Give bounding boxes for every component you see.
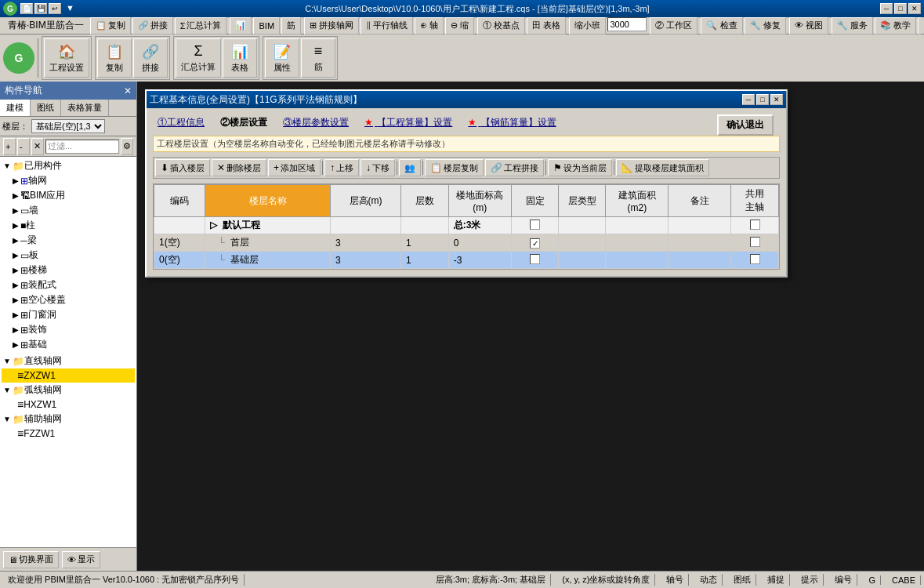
filter-expand2[interactable]: -	[17, 138, 30, 155]
tree-arc-axis[interactable]: ▼ 📁 弧线轴网	[2, 383, 135, 397]
tree-fzzw1[interactable]: ≡ FZZW1	[2, 426, 135, 441]
btn-add-area[interactable]: + 添加区域	[268, 159, 321, 176]
btn-switch-view[interactable]: 🖥 切换界面	[3, 551, 59, 568]
tb-splice-axis[interactable]: ⊞ 拼接轴网	[304, 17, 359, 34]
confirm-exit-btn[interactable]: 确认退出	[717, 114, 774, 136]
filter-expand1[interactable]: +	[3, 138, 16, 155]
table-row[interactable]: ▷ 默认工程 总:3米	[154, 217, 779, 234]
dialog-tab-info[interactable]: ①工程信息	[153, 114, 209, 131]
cell-name-2[interactable]: └ 基础层	[205, 252, 331, 269]
toolbar-small-btn1[interactable]: 📄	[20, 3, 33, 14]
tree-foundation[interactable]: ▶ ⊞ 基础	[2, 337, 135, 352]
tree-zxzw1[interactable]: ≡ ZXZW1	[2, 368, 135, 383]
tb-calibrate[interactable]: ① 校基点	[477, 17, 525, 34]
btn-set-current[interactable]: ⚑ 设为当前层	[548, 159, 612, 176]
btn-eng-settings[interactable]: 🏠 工程设置	[44, 38, 89, 78]
btn-floor-copy[interactable]: 📋 楼层复制	[425, 159, 484, 176]
tree-bim[interactable]: ▶ 🏗 BIM应用	[2, 188, 135, 203]
tb-service[interactable]: 🔧 服务	[832, 17, 873, 34]
btn-move-down[interactable]: ↓ 下移	[361, 159, 395, 176]
tree-slab[interactable]: ▶ ▭ 板	[2, 248, 135, 263]
tree-door[interactable]: ▶ ⊞ 门窗洞	[2, 307, 135, 322]
tree-wall[interactable]: ▶ ▭ 墙	[2, 203, 135, 218]
tree-axis-net[interactable]: ▶ ⊞ 轴网	[2, 173, 135, 188]
dialog-minimize[interactable]: ─	[742, 94, 755, 105]
tab-build[interactable]: 建模	[0, 100, 31, 116]
maximize-btn[interactable]: □	[894, 3, 907, 14]
dialog-maximize[interactable]: □	[756, 94, 769, 105]
tb-options[interactable]: ⚙ 选项	[918, 17, 921, 34]
tb-table[interactable]: 📊	[230, 17, 252, 34]
tb-table2[interactable]: 田 表格	[527, 17, 566, 34]
tree-stair[interactable]: ▶ ⊞ 楼梯	[2, 263, 135, 278]
tree-decor[interactable]: ▶ ⊞ 装饰	[2, 322, 135, 337]
tb-jin[interactable]: 筋	[281, 17, 301, 34]
btn-display[interactable]: 👁 显示	[62, 551, 100, 568]
filter-input[interactable]: 过滤...	[45, 140, 119, 154]
cell-name-0[interactable]: ▷ 默认工程	[205, 217, 331, 234]
tab-table-calc[interactable]: 表格算量	[61, 100, 109, 116]
tb-copy[interactable]: 📋 复制	[90, 17, 131, 34]
cell-height-1[interactable]: 3	[331, 234, 401, 252]
checkbox-shared-1[interactable]	[750, 237, 760, 247]
dialog-win-buttons[interactable]: ─ □ ✕	[742, 94, 783, 105]
btn-calc2[interactable]: Σ 汇总计算	[176, 38, 221, 78]
btn-splice2[interactable]: 🔗 拼接	[133, 38, 168, 78]
cell-elevation-1[interactable]: 0	[448, 234, 511, 252]
tree-col[interactable]: ▶ ■ 柱	[2, 218, 135, 233]
dropdown-arrow[interactable]: ▼	[66, 3, 74, 14]
checkbox-shared-0[interactable]	[750, 220, 760, 230]
tb-teach[interactable]: 📚 教学	[875, 17, 916, 34]
tree-linear-axis[interactable]: ▼ 📁 直线轴网	[2, 354, 135, 368]
tree-beam[interactable]: ▶ ─ 梁	[2, 233, 135, 248]
tb-bim[interactable]: BIM	[253, 17, 280, 34]
checkbox-fixed-2[interactable]	[530, 254, 540, 264]
tb-splice[interactable]: 🔗 拼接	[132, 17, 173, 34]
filter-clear[interactable]: ✕	[31, 138, 44, 155]
minimize-btn[interactable]: ─	[880, 3, 893, 14]
window-controls-left[interactable]: 📄 💾 ↩ ▼	[20, 3, 74, 14]
sidebar-close-icon[interactable]: ✕	[124, 85, 132, 96]
toolbar-small-btn2[interactable]: 💾	[34, 3, 47, 14]
tb-workarea[interactable]: ② 工作区	[650, 17, 698, 34]
tb-zoom[interactable]: ⊖ 缩	[445, 17, 474, 34]
btn-eng-splice[interactable]: 🔗 工程拼接	[485, 159, 544, 176]
cell-floors-2[interactable]: 1	[401, 252, 449, 269]
btn-jin2[interactable]: ≡ 筋	[301, 38, 335, 78]
dialog-close-btn[interactable]: ✕	[770, 94, 783, 105]
cell-name-1[interactable]: └ 首层	[205, 234, 331, 252]
cell-floors-1[interactable]: 1	[401, 234, 449, 252]
tb-zoomsmall[interactable]: 缩小班	[569, 17, 606, 34]
tb-repair[interactable]: 🔧 修复	[745, 17, 786, 34]
tb-view[interactable]: 👁 视图	[789, 17, 828, 34]
tree-hxzw1[interactable]: ≡ HXZW1	[2, 397, 135, 412]
btn-insert-floor[interactable]: ⬇ 插入楼层	[155, 159, 210, 176]
dialog-tab-floor[interactable]: ②楼层设置	[216, 114, 272, 131]
cell-height-2[interactable]: 3	[331, 252, 401, 269]
checkbox-fixed-0[interactable]	[530, 220, 540, 230]
table-row[interactable]: 1(空) └ 首层 3	[154, 234, 779, 252]
btn-attr[interactable]: 📝 属性	[265, 38, 299, 78]
checkbox-fixed-1[interactable]: ✓	[530, 238, 540, 249]
zoom-input[interactable]	[607, 17, 647, 31]
btn-table3[interactable]: 📊 表格	[223, 38, 257, 78]
checkbox-shared-2[interactable]	[750, 254, 760, 264]
tree-used-components[interactable]: ▼ 📁 已用构件	[2, 158, 135, 173]
floor-select[interactable]: 基础层(空)[1,3	[31, 119, 105, 133]
btn-delete-floor[interactable]: ✕ 删除楼层	[212, 159, 266, 176]
btn-copy2[interactable]: 📋 复制	[97, 38, 132, 78]
table-row[interactable]: 0(空) └ 基础层 3	[154, 252, 779, 269]
btn-extract-area[interactable]: 📐 提取楼层建筑面积	[616, 159, 709, 176]
btn-group-icon[interactable]: 👥	[399, 159, 421, 176]
btn-move-up[interactable]: ↑ 上移	[324, 159, 359, 176]
dialog-tab-floor-params[interactable]: ③楼层参数设置	[278, 114, 353, 131]
toolbar-small-btn3[interactable]: ↩	[49, 3, 61, 14]
dialog-tab-rebar-calc[interactable]: ★ 【钢筋算量】设置	[463, 114, 560, 131]
tree-prefab[interactable]: ▶ ⊞ 装配式	[2, 278, 135, 292]
cell-elevation-2[interactable]: -3	[448, 252, 511, 269]
tab-drawing[interactable]: 图纸	[31, 100, 61, 116]
tb-parallel[interactable]: ∥ 平行轴线	[361, 17, 413, 34]
tb-calc[interactable]: Σ 汇总计算	[175, 17, 227, 34]
close-btn[interactable]: ✕	[908, 3, 921, 14]
filter-settings[interactable]: ⚙	[121, 138, 133, 155]
